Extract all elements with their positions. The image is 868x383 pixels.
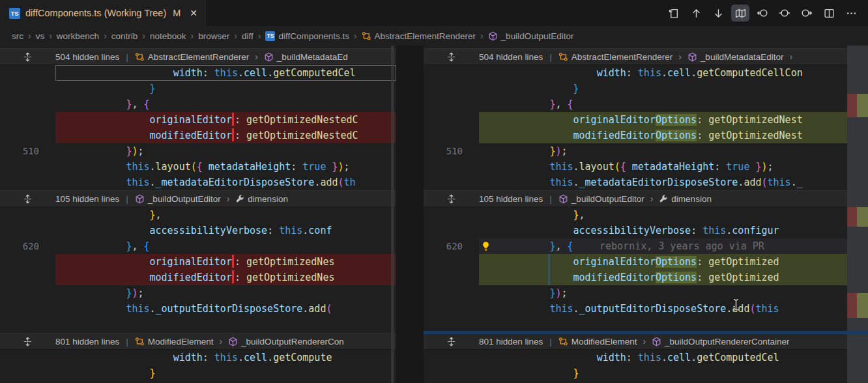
code-line[interactable]: 510 }); xyxy=(424,143,847,159)
hidden-lines-row[interactable]: 105 hidden lines|_buildOutputEditor›dime… xyxy=(0,190,396,207)
more-actions-button[interactable] xyxy=(842,5,860,21)
code-content[interactable]: }, { xyxy=(55,96,396,112)
code-line[interactable]: 620 }, {rebornix, 3 years ago via PR xyxy=(424,238,847,254)
symbol-path-item[interactable]: dimension xyxy=(659,194,712,204)
code-content[interactable]: } xyxy=(479,365,847,381)
breadcrumb-item-abstractelementrenderer[interactable]: AbstractElementRenderer xyxy=(362,31,476,41)
unfold-gutter[interactable] xyxy=(424,52,479,62)
code-content[interactable]: width: this.cell.getComputedCel xyxy=(479,350,847,365)
code-line[interactable]: originalEditor: getOptimizedNestedC xyxy=(0,112,396,128)
code-line[interactable]: modifiedEditorOptions: getOptimized xyxy=(424,270,847,285)
code-content[interactable]: modifiedEditorOptions: getOptimizedNest xyxy=(479,128,847,143)
previous-change-button[interactable] xyxy=(687,5,705,21)
code-line[interactable]: accessibilityVerbose: this.conf xyxy=(0,223,396,238)
code-line[interactable]: originalEditorOptions: getOptimized xyxy=(424,254,847,270)
code-content[interactable]: }, {rebornix, 3 years ago via PR xyxy=(479,238,847,254)
breadcrumb-item-src[interactable]: src xyxy=(12,31,23,41)
code-line[interactable]: }, { xyxy=(424,96,847,112)
breadcrumb-item-diffcomponents-ts[interactable]: TSdiffComponents.ts xyxy=(265,31,349,41)
code-line[interactable]: accessibilityVerbose: this.configur xyxy=(424,223,847,238)
hidden-lines-row[interactable]: 105 hidden lines|_buildOutputEditor›dime… xyxy=(424,190,847,207)
code-content[interactable]: }, { xyxy=(479,96,847,112)
code-line[interactable]: this._metadataEditorDisposeStore.add(thi… xyxy=(424,175,847,190)
code-line[interactable]: modifiedEditorOptions: getOptimizedNest xyxy=(424,128,847,143)
breadcrumb-item-contrib[interactable]: contrib xyxy=(111,31,138,41)
code-content[interactable]: }, { xyxy=(55,238,396,254)
code-line[interactable]: }); xyxy=(0,285,396,301)
code-line[interactable]: width: this.cell.getComputedCel xyxy=(424,350,847,365)
code-line[interactable]: }); xyxy=(424,285,847,301)
code-content[interactable]: originalEditorOptions: getOptimizedNest xyxy=(479,112,847,128)
code-content[interactable]: modifiedEditor: getOptimizedNestedC xyxy=(55,128,396,143)
code-content[interactable]: width: this.cell.getComputedCel xyxy=(55,65,396,81)
breadcrumb-item-browser[interactable]: browser xyxy=(198,31,229,41)
code-content[interactable]: this._outputEditorDisposeStore.add(this xyxy=(479,301,847,317)
symbol-path-item[interactable]: dimension xyxy=(235,194,288,204)
hidden-lines-row[interactable]: 801 hidden lines|ModifiedElement›_buildO… xyxy=(424,333,847,350)
symbol-path-item[interactable]: ModifiedElement xyxy=(558,337,637,347)
symbol-path-item[interactable]: _buildOutputRendererCon xyxy=(228,337,344,347)
arrow-circle-right-button[interactable] xyxy=(798,5,816,21)
code-content[interactable]: width: this.cell.getCompute xyxy=(55,350,396,365)
code-content[interactable]: this._metadataEditorDisposeStore.add(thi… xyxy=(479,175,847,190)
code-content[interactable]: this.layout({ metadataHeight: true }); xyxy=(55,159,396,175)
symbol-path-item[interactable]: AbstractElementRenderer xyxy=(135,52,249,62)
collapse-unchanged-regions-button[interactable] xyxy=(731,5,749,21)
symbol-path-item[interactable]: ModifiedElement xyxy=(135,337,214,347)
code-content[interactable]: }); xyxy=(479,143,847,159)
code-content[interactable]: } xyxy=(55,81,396,96)
split-editor-button[interactable] xyxy=(820,5,838,21)
code-content[interactable]: modifiedEditorOptions: getOptimized xyxy=(479,270,847,285)
code-content[interactable]: originalEditorOptions: getOptimized xyxy=(479,254,847,270)
breadcrumb-item-workbench[interactable]: workbench xyxy=(57,31,99,41)
symbol-path-item[interactable]: _buildOutputEditor xyxy=(558,194,644,204)
unfold-gutter[interactable] xyxy=(0,52,55,62)
code-content[interactable]: accessibilityVerbose: this.conf xyxy=(55,223,396,238)
record-button[interactable] xyxy=(775,5,794,21)
code-line[interactable]: originalEditorOptions: getOptimizedNest xyxy=(424,112,847,128)
code-content[interactable]: }); xyxy=(479,285,847,301)
code-line[interactable]: 510 }); xyxy=(0,143,396,159)
code-content[interactable]: this._metadataEditorDisposeStore.add(th xyxy=(55,175,396,190)
code-line[interactable]: modifiedEditor: getOptimizedNestedC xyxy=(0,128,396,143)
breadcrumb-item--buildoutputeditor[interactable]: _buildOutputEditor xyxy=(488,31,574,41)
code-line[interactable]: width: this.cell.getComputedCel xyxy=(0,65,396,81)
code-line[interactable]: }, xyxy=(0,207,396,223)
code-content[interactable]: }); xyxy=(55,285,396,301)
arrow-circle-left-button[interactable] xyxy=(753,5,772,21)
code-content[interactable]: } xyxy=(55,365,396,381)
hidden-lines-row[interactable]: 504 hidden lines|AbstractElementRenderer… xyxy=(0,48,396,65)
breadcrumb-item-vs[interactable]: vs xyxy=(36,31,45,41)
pane-sash[interactable] xyxy=(396,46,424,383)
code-line[interactable]: this._outputEditorDisposeStore.add( xyxy=(0,301,396,317)
unfold-gutter[interactable] xyxy=(424,337,479,347)
code-content[interactable]: accessibilityVerbose: this.configur xyxy=(479,223,847,238)
hidden-lines-row[interactable]: 801 hidden lines|ModifiedElement›_buildO… xyxy=(0,333,396,350)
code-line[interactable]: }, { xyxy=(0,96,396,112)
unfold-gutter[interactable] xyxy=(0,337,55,347)
symbol-path-item[interactable]: _buildOutputRendererContainer xyxy=(652,337,789,347)
symbol-path-item[interactable]: _buildOutputEditor xyxy=(135,194,221,204)
symbol-path-item[interactable]: _buildMetadataEditor xyxy=(687,52,784,62)
code-line[interactable]: this._metadataEditorDisposeStore.add(th xyxy=(0,175,396,190)
code-content[interactable]: width: this.cell.getComputedCellCon xyxy=(479,65,847,81)
code-content[interactable]: this._outputEditorDisposeStore.add( xyxy=(55,301,396,317)
breadcrumb-item-diff[interactable]: diff xyxy=(242,31,253,41)
code-line[interactable]: this.layout({ metadataHeight: true }); xyxy=(0,159,396,175)
code-line[interactable]: this.layout({ metadataHeight: true }); xyxy=(424,159,847,175)
code-content[interactable]: } xyxy=(479,81,847,96)
code-content[interactable]: originalEditor: getOptimizedNes xyxy=(55,254,396,270)
code-line[interactable]: } xyxy=(424,81,847,96)
hidden-lines-row[interactable]: 504 hidden lines|AbstractElementRenderer… xyxy=(424,48,847,65)
code-line[interactable]: originalEditor: getOptimizedNes xyxy=(0,254,396,270)
code-content[interactable]: }); xyxy=(55,143,396,159)
tab-diffcomponents[interactable]: TS diffComponents.ts (Working Tree) M ✕ xyxy=(0,0,207,26)
code-line[interactable]: 620 }, { xyxy=(0,238,396,254)
code-line[interactable]: }, xyxy=(424,207,847,223)
next-change-button[interactable] xyxy=(709,5,727,21)
code-content[interactable]: }, xyxy=(55,207,396,223)
code-line[interactable]: width: this.cell.getCompute xyxy=(0,350,396,365)
unfold-gutter[interactable] xyxy=(0,194,55,204)
code-line[interactable]: } xyxy=(424,365,847,381)
code-line[interactable]: modifiedEditor: getOptimizedNes xyxy=(0,270,396,285)
